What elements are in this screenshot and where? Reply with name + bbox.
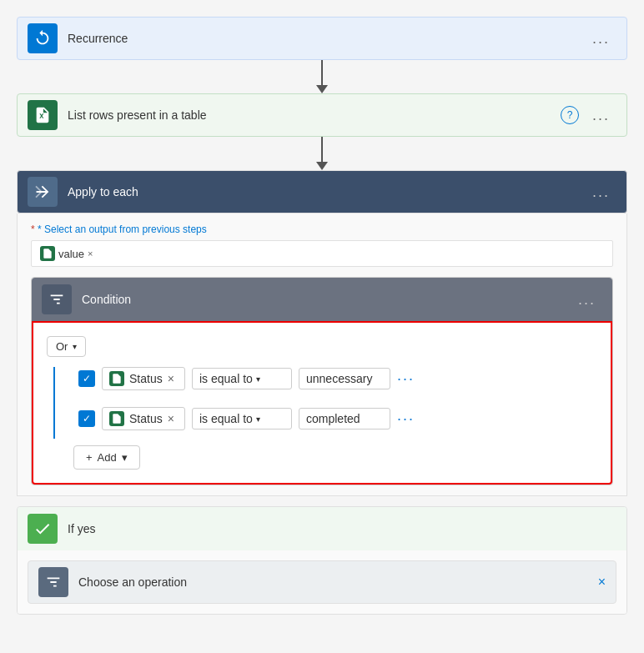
- arrow-line-2: [321, 137, 323, 162]
- add-label: Add: [98, 451, 117, 464]
- field-text-2: Status: [129, 412, 163, 425]
- apply-each-step: Apply to each ...: [17, 170, 627, 213]
- or-chevron-icon: ▾: [73, 342, 77, 351]
- token-value-text: value: [58, 248, 84, 260]
- operator-select-1[interactable]: is equal to ▾: [192, 368, 292, 389]
- condition-block: Condition ... Or ▾ ✓: [31, 277, 613, 485]
- row-more-1[interactable]: ···: [397, 370, 415, 388]
- select-output-label: * * Select an output from previous steps: [31, 224, 613, 235]
- if-yes-label: If yes: [68, 522, 616, 535]
- if-yes-body: Choose an operation ×: [18, 550, 626, 614]
- apply-each-icon: [28, 177, 58, 207]
- token-close-button[interactable]: ×: [88, 249, 93, 259]
- token-box: value ×: [31, 240, 613, 267]
- apply-each-label: Apply to each: [68, 185, 586, 198]
- condition-body: Or ▾ ✓: [32, 321, 612, 485]
- add-plus-icon: +: [86, 451, 93, 464]
- apply-each-section: * * Select an output from previous steps…: [17, 213, 627, 496]
- recurrence-icon: [28, 23, 58, 53]
- field-excel-icon-1: [109, 371, 124, 386]
- value-token: value ×: [40, 246, 93, 261]
- value-text-2: completed: [306, 412, 360, 425]
- arrow-line-1: [321, 60, 323, 85]
- check-icon-1: ✓: [83, 373, 91, 384]
- or-dropdown[interactable]: Or ▾: [47, 336, 86, 357]
- condition-more[interactable]: ...: [571, 288, 602, 312]
- checkbox-2[interactable]: ✓: [78, 410, 95, 427]
- excel-icon-1: [28, 100, 58, 130]
- choose-op-close[interactable]: ×: [598, 575, 606, 590]
- apply-each-more[interactable]: ...: [586, 180, 616, 204]
- condition-icon: [42, 284, 72, 314]
- operator-text-1: is equal to: [199, 372, 253, 385]
- operator-select-2[interactable]: is equal to ▾: [192, 408, 292, 429]
- condition-field-1: Status ×: [102, 367, 185, 390]
- list-rows-help-icon[interactable]: ?: [561, 106, 579, 124]
- check-icon-2: ✓: [83, 413, 91, 424]
- condition-row-2: ✓ Status × is equal to: [72, 407, 597, 430]
- recurrence-more[interactable]: ...: [586, 27, 616, 51]
- if-yes-icon: [28, 514, 58, 544]
- condition-field-2: Status ×: [102, 407, 185, 430]
- operator-chevron-2: ▾: [256, 414, 260, 424]
- arrow-2: [316, 137, 328, 170]
- recurrence-label: Recurrence: [68, 32, 586, 45]
- field-close-1[interactable]: ×: [168, 372, 174, 385]
- checkbox-1[interactable]: ✓: [78, 370, 95, 387]
- list-rows-label: List rows present in a table: [68, 108, 561, 122]
- flow-container: Recurrence ... List rows present in a ta…: [17, 17, 627, 615]
- choose-operation-card: Choose an operation ×: [28, 560, 616, 604]
- arrow-head-2: [316, 162, 328, 170]
- arrow-head-1: [316, 85, 328, 93]
- add-button[interactable]: + Add ▾: [73, 445, 140, 470]
- list-rows-step: List rows present in a table ? ...: [17, 93, 627, 137]
- arrow-1: [316, 60, 328, 93]
- recurrence-step: Recurrence ...: [17, 17, 627, 60]
- add-chevron-icon: ▾: [122, 451, 128, 464]
- if-yes-section: If yes Choose an operation ×: [17, 506, 627, 615]
- choose-op-icon: [38, 567, 68, 597]
- field-text-1: Status: [129, 372, 163, 385]
- condition-header: Condition ...: [32, 278, 612, 321]
- value-text-1: unnecessary: [306, 372, 372, 385]
- value-field-1[interactable]: unnecessary: [299, 368, 390, 389]
- operator-chevron-1: ▾: [256, 374, 260, 384]
- choose-op-label: Choose an operation: [78, 575, 598, 589]
- condition-rows-group: ✓ Status × is equal to: [53, 367, 597, 439]
- field-excel-icon-2: [109, 411, 124, 426]
- required-star: *: [31, 224, 38, 235]
- condition-label: Condition: [82, 293, 571, 306]
- field-close-2[interactable]: ×: [168, 412, 174, 425]
- token-excel-icon: [40, 246, 55, 261]
- condition-row-1: ✓ Status × is equal to: [72, 367, 597, 390]
- if-yes-header: If yes: [18, 507, 626, 550]
- operator-text-2: is equal to: [199, 412, 253, 425]
- list-rows-more[interactable]: ...: [586, 103, 616, 128]
- value-field-2[interactable]: completed: [299, 408, 390, 429]
- row-more-2[interactable]: ···: [397, 410, 415, 428]
- or-label: Or: [56, 340, 68, 353]
